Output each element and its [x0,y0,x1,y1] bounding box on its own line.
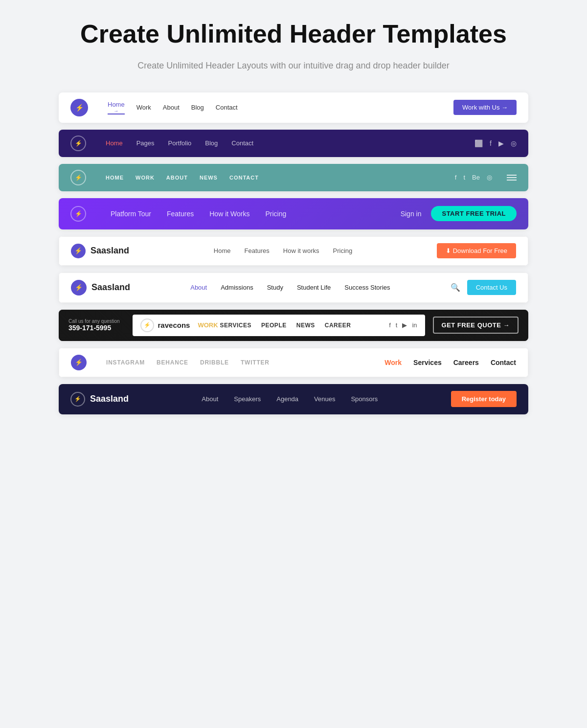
tpl3-nav-work[interactable]: WORK [135,175,155,181]
tpl1-nav-about[interactable]: About [163,104,180,111]
tpl2-nav-home[interactable]: Home [106,139,123,147]
tpl6-nav-admissions[interactable]: Admissions [221,284,253,291]
tpl2-logo: ⚡ [70,136,86,151]
tpl6-nav-student[interactable]: Student Life [297,284,331,291]
tpl8-bar: ⚡ INSTAGRAM BEHANCE DRIBBLE TWITTER Work… [59,348,528,377]
tpl4-nav-pricing[interactable]: Pricing [265,210,286,218]
tpl5-download-button[interactable]: ⬇ Download For Free [437,243,516,258]
tpl7-facebook-icon: f [389,321,391,329]
tpl2-nav-pages[interactable]: Pages [136,139,155,147]
tpl6-search-icon[interactable]: 🔍 [451,283,460,293]
tpl7-nav-career[interactable]: CAREER [325,322,351,329]
tpl1-nav-work[interactable]: Work [136,104,151,111]
tpl3-right: f t Be ◎ [455,174,517,181]
tpl2-social-icons: ⬜ f ▶ ◎ [474,139,517,147]
tpl3-hamburger-icon[interactable] [507,175,517,181]
tpl5-nav-pricing[interactable]: Pricing [333,247,353,254]
tpl7-inner-bar: ⚡ ravecons WORK SERVICES PEOPLE NEWS CAR… [133,315,425,336]
tpl7-nav-news[interactable]: NEWS [296,322,315,329]
tpl8-nav-work[interactable]: Work [384,359,402,366]
header-template-7: Call us for any question 359-171-5995 ⚡ … [59,310,528,341]
tpl9-brand: ⚡ Saasland [70,392,129,407]
tpl6-nav: About Admissions Study Student Life Succ… [130,284,451,291]
tpl9-register-button[interactable]: Register today [451,391,517,407]
tpl7-linkedin-icon: in [412,321,417,329]
tpl9-nav-speakers[interactable]: Speakers [234,395,261,403]
tpl9-bar: ⚡ Saasland About Speakers Agenda Venues … [59,384,528,414]
templates-list: ⚡ Home → Work About Blog Contact Work wi… [59,92,528,414]
tpl8-nav-services[interactable]: Services [413,359,442,366]
tpl5-nav-how[interactable]: How it works [283,247,319,254]
page-wrapper: Create Unlimited Header Templates Create… [59,20,528,414]
tpl6-contact-button[interactable]: Contact Us [467,280,516,295]
tpl3-nav-news[interactable]: NEWS [200,175,218,181]
tpl7-inner-brand-name: ravecons [158,321,190,329]
tpl7-twitter-icon: t [396,321,398,329]
tpl3-nav: HOME WORK ABOUT NEWS CONTACT [106,175,455,181]
tpl2-bar: ⚡ Home Pages Portfolio Blog Contact ⬜ f … [59,130,528,157]
tpl5-brand: ⚡ Saasland [71,244,129,258]
tpl8-nav-dribble[interactable]: DRIBBLE [200,359,229,366]
tpl8-nav-careers[interactable]: Careers [453,359,479,366]
tpl8-nav-contact[interactable]: Contact [491,359,516,366]
page-subtitle: Create Unlimited Header Layouts with our… [59,59,528,73]
tpl7-youtube-icon: ▶ [402,321,407,329]
tpl4-nav: Platform Tour Features How it Works Pric… [111,210,401,218]
tpl3-twitter-icon: t [463,174,465,181]
tpl6-nav-about[interactable]: About [190,284,207,291]
tpl5-nav-home[interactable]: Home [214,247,231,254]
tpl4-nav-features[interactable]: Features [167,210,194,218]
tpl3-nav-home[interactable]: HOME [106,175,124,181]
tpl9-nav-about[interactable]: About [202,395,218,403]
header-template-6: ⚡ Saasland About Admissions Study Studen… [59,273,528,303]
tpl7-inner-brand: ⚡ ravecons [140,318,190,332]
tpl8-nav-twitter[interactable]: TWITTER [241,359,270,366]
tpl9-brand-name: Saasland [90,394,129,404]
tpl4-trial-button[interactable]: START FREE TRIAL [431,206,517,221]
tpl6-nav-success[interactable]: Success Stories [344,284,390,291]
header-template-4: ⚡ Platform Tour Features How it Works Pr… [59,198,528,229]
tpl7-nav-services[interactable]: SERVICES [220,322,251,329]
tpl1-nav: Home → Work About Blog Contact [108,101,453,114]
tpl7-quote-button[interactable]: GET FREE QUOTE → [433,317,519,334]
tpl3-nav-contact[interactable]: CONTACT [229,175,259,181]
tpl5-nav-features[interactable]: Features [245,247,270,254]
tpl9-nav-sponsors[interactable]: Sponsors [351,395,378,403]
tpl6-right: 🔍 Contact Us [451,280,516,295]
tpl3-logo: ⚡ [70,170,86,185]
tpl9-nav-venues[interactable]: Venues [314,395,335,403]
tpl4-nav-how[interactable]: How it Works [209,210,249,218]
tpl7-work-label: WORK [198,321,218,329]
tpl6-logo: ⚡ [71,280,87,296]
tpl2-nav: Home Pages Portfolio Blog Contact [106,139,474,147]
tpl7-nav-people[interactable]: PEOPLE [261,322,287,329]
tpl5-bar: ⚡ Saasland Home Features How it works Pr… [59,236,528,266]
tpl9-nav-agenda[interactable]: Agenda [276,395,298,403]
tpl4-bar: ⚡ Platform Tour Features How it Works Pr… [59,198,528,229]
tpl2-nav-contact[interactable]: Contact [231,139,253,147]
tpl2-nav-portfolio[interactable]: Portfolio [168,139,192,147]
tpl9-nav: About Speakers Agenda Venues Sponsors [129,395,451,403]
tpl7-inner-nav: SERVICES PEOPLE NEWS CAREER [220,322,351,329]
tpl8-logo: ⚡ [71,355,87,370]
tpl3-facebook-icon: f [455,174,457,181]
tpl2-nav-blog[interactable]: Blog [205,139,218,147]
tpl1-nav-home[interactable]: Home → [108,101,125,114]
tpl3-globe-icon: ◎ [487,174,492,181]
tpl8-nav-right: Work Services Careers Contact [384,359,516,366]
page-title: Create Unlimited Header Templates [59,20,528,49]
tpl1-cta-button[interactable]: Work with Us → [453,100,517,115]
tpl1-nav-blog[interactable]: Blog [191,104,204,111]
youtube-icon: ▶ [498,139,504,147]
tpl5-brand-name: Saasland [90,246,129,256]
tpl6-nav-study[interactable]: Study [267,284,283,291]
tpl1-nav-contact[interactable]: Contact [216,104,238,111]
tpl3-nav-about[interactable]: ABOUT [166,175,188,181]
facebook-icon: f [490,139,492,147]
tpl8-nav-behance[interactable]: BEHANCE [157,359,188,366]
tpl4-nav-platform[interactable]: Platform Tour [111,210,151,218]
tpl1-logo: ⚡ [70,99,88,116]
tpl8-nav-instagram[interactable]: INSTAGRAM [106,359,145,366]
header-template-8: ⚡ INSTAGRAM BEHANCE DRIBBLE TWITTER Work… [59,348,528,377]
header-template-3: ⚡ HOME WORK ABOUT NEWS CONTACT f t Be ◎ [59,164,528,191]
